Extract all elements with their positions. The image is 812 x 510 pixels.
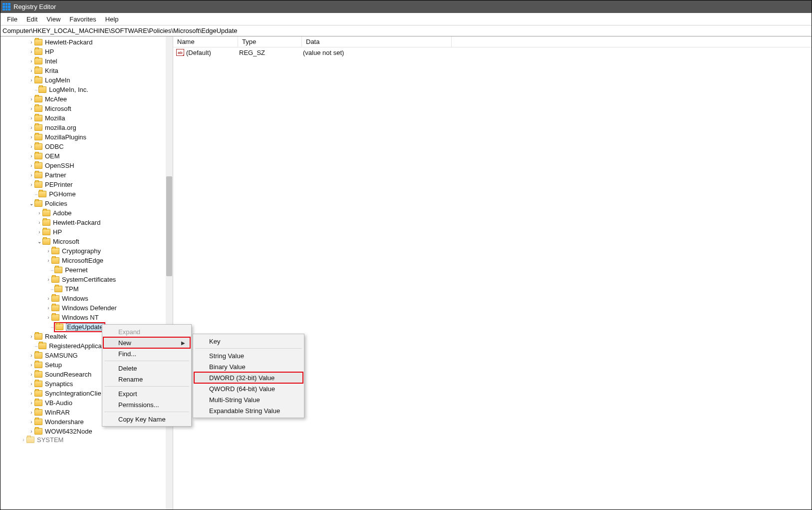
chevron-right-icon[interactable]: › [28, 391, 34, 396]
chevron-right-icon[interactable]: › [45, 248, 51, 254]
menu-help[interactable]: Help [101, 14, 123, 24]
tree-item-windows-defender[interactable]: ›Windows Defender [0, 303, 173, 313]
chevron-right-icon[interactable]: › [28, 115, 34, 121]
chevron-right-icon[interactable]: › [28, 58, 34, 64]
chevron-right-icon[interactable]: › [45, 296, 51, 301]
tree-item-policies[interactable]: ⌄Policies [0, 199, 173, 208]
chevron-right-icon[interactable]: › [28, 134, 34, 140]
menu-file[interactable]: File [2, 14, 22, 24]
tree-item-policies-microsoft[interactable]: ⌄Microsoft [0, 237, 173, 246]
column-header-name[interactable]: Name [173, 36, 238, 47]
ctx-new-qword[interactable]: QWORD (64-bit) Value [194, 383, 303, 394]
chevron-right-icon[interactable]: › [28, 400, 34, 406]
column-header-type[interactable]: Type [238, 36, 302, 47]
ctx-copy-key-name[interactable]: Copy Key Name [103, 414, 190, 425]
ctx-new[interactable]: New ▶ [103, 337, 190, 348]
ctx-new-binary[interactable]: Binary Value [194, 361, 303, 372]
menu-favorites[interactable]: Favorites [65, 14, 100, 24]
chevron-right-icon[interactable]: › [20, 437, 26, 443]
ctx-new-string[interactable]: String Value [194, 350, 303, 361]
menu-view[interactable]: View [42, 14, 65, 24]
tree-item-wow6432node[interactable]: ›WOW6432Node [0, 427, 173, 436]
ctx-new-expandstring[interactable]: Expandable String Value [194, 405, 303, 416]
chevron-right-icon[interactable]: › [45, 315, 51, 320]
tree-item-logmein[interactable]: ›LogMeIn [0, 75, 173, 85]
tree-item-microsoft[interactable]: ›Microsoft [0, 104, 173, 113]
chevron-right-icon[interactable]: › [45, 277, 51, 282]
chevron-right-icon[interactable]: › [28, 334, 34, 339]
chevron-right-icon[interactable]: › [28, 77, 34, 83]
folder-icon [51, 314, 59, 321]
chevron-right-icon[interactable]: › [28, 144, 34, 149]
ctx-new-dword[interactable]: DWORD (32-bit) Value [194, 372, 303, 383]
chevron-down-icon[interactable]: ⌄ [28, 201, 34, 206]
chevron-right-icon[interactable]: › [28, 172, 34, 178]
chevron-right-icon[interactable]: › [28, 49, 34, 54]
tree-item-mozilla[interactable]: ›Mozilla [0, 113, 173, 123]
tree-item-policies-hewlett[interactable]: ›Hewlett-Packard [0, 218, 173, 227]
chevron-right-icon[interactable]: › [28, 429, 34, 434]
tree-item-policies-adobe[interactable]: ›Adobe [0, 208, 173, 218]
chevron-right-icon[interactable]: › [28, 163, 34, 168]
chevron-right-icon[interactable]: › [28, 106, 34, 111]
tree-item-tpm[interactable]: ›···TPM [0, 284, 173, 294]
string-value-icon: ab [176, 49, 184, 56]
value-row-default[interactable]: ab (Default) REG_SZ (value not set) [173, 47, 812, 57]
chevron-right-icon[interactable]: › [28, 182, 34, 187]
tree-item-policies-hp[interactable]: ›HP [0, 227, 173, 237]
tree-item-odbc[interactable]: ›ODBC [0, 142, 173, 151]
chevron-right-icon[interactable]: › [28, 153, 34, 159]
chevron-right-icon[interactable]: › [28, 39, 34, 45]
ctx-find[interactable]: Find... [103, 348, 190, 359]
address-input[interactable] [2, 27, 812, 34]
ctx-permissions[interactable]: Permissions... [103, 399, 190, 410]
chevron-right-icon[interactable]: › [45, 305, 51, 311]
tree-item-logmein-inc[interactable]: ›···LogMeIn, Inc. [0, 85, 173, 94]
chevron-right-icon[interactable]: › [28, 362, 34, 368]
chevron-right-icon[interactable]: › [45, 258, 51, 263]
chevron-right-icon[interactable]: › [28, 353, 34, 358]
tree-item-krita[interactable]: ›Krita [0, 66, 173, 75]
tree-item-partner[interactable]: ›Partner [0, 170, 173, 180]
chevron-right-icon[interactable]: › [28, 410, 34, 415]
ctx-export[interactable]: Export [103, 388, 190, 399]
tree-item-windows[interactable]: ›Windows [0, 294, 173, 303]
chevron-right-icon[interactable]: › [28, 419, 34, 425]
tree-item-oem[interactable]: ›OEM [0, 151, 173, 161]
app-icon [2, 3, 10, 11]
tree-item-intel[interactable]: ›Intel [0, 56, 173, 66]
tree-item-systemcertificates[interactable]: ›SystemCertificates [0, 275, 173, 284]
ctx-rename[interactable]: Rename [103, 374, 190, 385]
menu-edit[interactable]: Edit [22, 14, 42, 24]
chevron-right-icon[interactable]: › [28, 96, 34, 102]
tree-item-mozilla-org[interactable]: ›mozilla.org [0, 123, 173, 132]
chevron-down-icon[interactable]: ⌄ [36, 239, 42, 244]
ctx-new-key[interactable]: Key [194, 336, 303, 347]
tree-item-system[interactable]: ›SYSTEM [0, 436, 173, 443]
tree-item-cryptography[interactable]: ›Cryptography [0, 246, 173, 256]
folder-icon [34, 172, 42, 178]
scrollbar-thumb[interactable] [166, 176, 172, 276]
tree-item-pghome[interactable]: ›···PGHome [0, 189, 173, 199]
tree-item-mozillaplugins[interactable]: ›MozillaPlugins [0, 132, 173, 142]
tree-item-mcafee[interactable]: ›McAfee [0, 94, 173, 104]
chevron-right-icon[interactable]: › [36, 210, 42, 216]
tree-scrollbar[interactable] [166, 36, 173, 510]
chevron-right-icon[interactable]: › [28, 372, 34, 377]
tree-item-peernet[interactable]: ›···Peernet [0, 265, 173, 275]
chevron-right-icon[interactable]: › [36, 229, 42, 235]
ctx-delete[interactable]: Delete [103, 363, 190, 374]
ctx-new-multistring[interactable]: Multi-String Value [194, 394, 303, 405]
tree-item-hp[interactable]: ›HP [0, 47, 173, 56]
tree-item-hewlett-packard[interactable]: ›Hewlett-Packard [0, 37, 173, 47]
tree-item-microsoftedge[interactable]: ›MicrosoftEdge [0, 256, 173, 265]
tree-item-openssh[interactable]: ›OpenSSH [0, 161, 173, 170]
column-header-data[interactable]: Data [302, 36, 452, 47]
chevron-right-icon[interactable]: › [28, 68, 34, 73]
folder-icon [42, 238, 50, 245]
chevron-right-icon[interactable]: › [36, 220, 42, 225]
chevron-right-icon[interactable]: › [28, 381, 34, 387]
chevron-right-icon[interactable]: › [28, 125, 34, 130]
tree-item-peprinter[interactable]: ›PEPrinter [0, 180, 173, 189]
tree-item-windows-nt[interactable]: ›Windows NT [0, 313, 173, 322]
